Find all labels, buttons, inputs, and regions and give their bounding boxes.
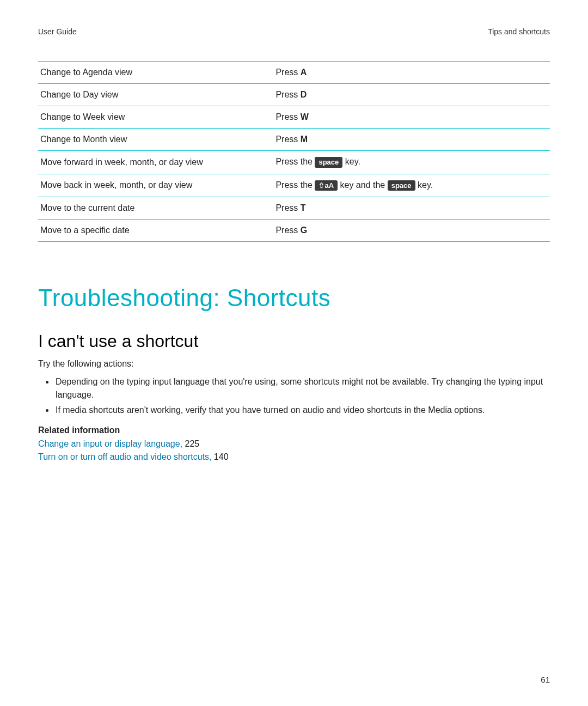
related-heading: Related information: [38, 425, 550, 435]
keycap-icon: space: [315, 157, 342, 168]
shortcut-action: Move to the current date: [38, 197, 273, 220]
list-item: Depending on the typing input language t…: [54, 375, 550, 401]
table-row: Change to Week viewPress W: [38, 106, 550, 129]
related-link[interactable]: Turn on or turn off audio and video shor…: [38, 452, 211, 461]
shortcut-keys: Press the space key.: [273, 151, 550, 174]
shift-key-icon: ⇧aA: [315, 180, 338, 191]
related-link-line: Change an input or display language, 225: [38, 437, 550, 451]
shortcut-keys: Press M: [273, 129, 550, 151]
shortcut-action: Move forward in week, month, or day view: [38, 151, 273, 174]
header-right: Tips and shortcuts: [488, 27, 550, 36]
keycap-icon: space: [388, 180, 415, 191]
shortcut-action: Change to Day view: [38, 84, 273, 106]
page-number: 61: [541, 675, 550, 684]
related-link-line: Turn on or turn off audio and video shor…: [38, 451, 550, 464]
section-title: I can't use a shortcut: [38, 331, 550, 351]
shortcut-keys: Press T: [273, 197, 550, 220]
header-left: User Guide: [38, 27, 77, 36]
intro-text: Try the following actions:: [38, 359, 550, 369]
shortcut-action: Change to Agenda view: [38, 62, 273, 84]
shortcut-action: Move to a specific date: [38, 220, 273, 242]
table-row: Move to the current datePress T: [38, 197, 550, 220]
related-page-number: 140: [211, 452, 228, 461]
shortcut-keys: Press the ⇧aA key and the space key.: [273, 174, 550, 197]
table-row: Move back in week, month, or day viewPre…: [38, 174, 550, 197]
page-header: User Guide Tips and shortcuts: [38, 27, 550, 36]
shortcut-keys: Press A: [273, 62, 550, 84]
list-item: If media shortcuts aren't working, verif…: [54, 404, 550, 417]
table-row: Move forward in week, month, or day view…: [38, 151, 550, 174]
table-row: Change to Agenda viewPress A: [38, 62, 550, 84]
shortcuts-table: Change to Agenda viewPress AChange to Da…: [38, 61, 550, 242]
shortcut-action: Change to Week view: [38, 106, 273, 129]
page-title: Troubleshooting: Shortcuts: [38, 284, 550, 312]
shortcut-action: Change to Month view: [38, 129, 273, 151]
shortcut-keys: Press G: [273, 220, 550, 242]
shortcut-keys: Press W: [273, 106, 550, 129]
table-row: Move to a specific datePress G: [38, 220, 550, 242]
related-page-number: 225: [182, 439, 199, 448]
shortcut-action: Move back in week, month, or day view: [38, 174, 273, 197]
related-link[interactable]: Change an input or display language,: [38, 439, 182, 448]
shortcut-keys: Press D: [273, 84, 550, 106]
actions-list: Depending on the typing input language t…: [38, 375, 550, 417]
table-row: Change to Day viewPress D: [38, 84, 550, 106]
table-row: Change to Month viewPress M: [38, 129, 550, 151]
